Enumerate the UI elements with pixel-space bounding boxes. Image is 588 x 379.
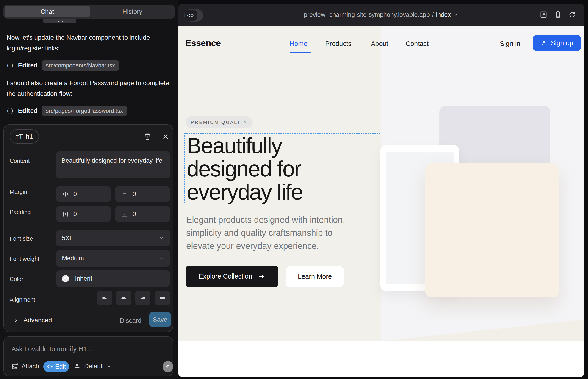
margin-y-value: 0 <box>133 191 136 198</box>
nav-link-home[interactable]: Home <box>290 40 307 47</box>
font-size-value: 5XL <box>62 235 73 242</box>
target-icon <box>46 363 53 370</box>
padding-x-value: 0 <box>73 211 77 218</box>
font-size-select[interactable]: 5XL <box>56 230 170 246</box>
chat-composer[interactable]: Ask Lovable to modify H1... Attach <box>3 336 173 377</box>
arrow-up-icon <box>165 364 171 370</box>
open-external-icon[interactable] <box>539 11 548 19</box>
sign-up-button[interactable]: Sign up <box>533 35 581 51</box>
code-preview-toggle[interactable]: <> <box>184 9 203 22</box>
sidebar-tabbar: Chat History <box>3 5 175 19</box>
url-separator: / <box>432 11 434 18</box>
save-button[interactable]: Save <box>149 312 171 327</box>
edit-mode-button[interactable]: Edit <box>43 361 69 372</box>
align-justify-button[interactable] <box>155 291 170 305</box>
composer-placeholder[interactable]: Ask Lovable to modify H1... <box>12 345 93 353</box>
margin-y-input[interactable]: 0 <box>115 186 170 202</box>
dot <box>62 21 63 22</box>
align-justify-icon <box>159 295 166 301</box>
font-weight-label: Font weight <box>10 255 39 262</box>
decor-wedge <box>381 317 584 341</box>
dot <box>58 21 59 22</box>
advanced-toggle[interactable]: Advanced <box>13 316 52 324</box>
premium-quality-badge: PREMIUM QUALITY <box>186 116 253 128</box>
color-swatch <box>62 275 69 282</box>
learn-more-label: Learn More <box>298 273 332 280</box>
headline-line: Beautifully <box>187 134 303 157</box>
padding-label: Padding <box>10 209 31 215</box>
margin-x-input[interactable]: 0 <box>56 186 111 202</box>
code-toggle-icon[interactable]: <> <box>185 10 197 21</box>
padding-x-input[interactable]: 0 <box>56 206 111 222</box>
align-center-button[interactable] <box>116 291 131 305</box>
hero-paragraph: Elegant products designed with intention… <box>186 213 345 253</box>
headline-line: designed for <box>187 157 303 180</box>
margin-x-value: 0 <box>73 191 77 198</box>
align-left-button[interactable] <box>97 291 112 305</box>
font-weight-value: Medium <box>62 255 84 262</box>
refresh-icon[interactable] <box>568 11 576 19</box>
text-size-icon: TT <box>15 133 23 141</box>
url-bar[interactable]: preview--charming-site-symphony.lovable.… <box>178 4 584 26</box>
file-chip[interactable]: src/components/Navbar.tsx <box>42 60 119 71</box>
user-icon <box>541 40 547 47</box>
attach-image-icon <box>12 363 19 370</box>
discard-button[interactable]: Discard <box>120 317 141 324</box>
tab-chat-label: Chat <box>40 8 54 15</box>
advanced-label: Advanced <box>23 316 52 324</box>
send-button[interactable] <box>163 361 173 372</box>
font-weight-select[interactable]: Medium <box>56 250 170 267</box>
nav-link-contact[interactable]: Contact <box>406 40 429 47</box>
padding-y-input[interactable]: 0 <box>115 206 170 222</box>
hero-headline[interactable]: Beautifully designed for everyday life <box>187 134 303 204</box>
close-panel-button[interactable] <box>162 133 169 140</box>
edited-label: Edited <box>18 107 38 114</box>
mobile-view-icon[interactable] <box>554 11 562 19</box>
attach-button[interactable]: Attach <box>12 363 39 370</box>
edited-file-row[interactable]: ⟨ ⟩ Edited src/components/Navbar.tsx <box>7 60 119 71</box>
margin-label: Margin <box>10 189 27 195</box>
sliders-icon <box>75 363 81 370</box>
next-section <box>178 341 584 377</box>
explore-collection-button[interactable]: Explore Collection <box>186 266 278 287</box>
align-right-button[interactable] <box>135 291 150 305</box>
margin-horizontal-icon <box>62 191 69 198</box>
tab-history[interactable]: History <box>90 5 175 19</box>
attach-label: Attach <box>22 363 39 370</box>
nav-link-about[interactable]: About <box>371 40 388 47</box>
model-label: Default <box>84 363 104 370</box>
chevron-down-icon <box>107 364 112 369</box>
content-label: Content <box>10 158 30 164</box>
padding-horizontal-icon <box>62 211 69 218</box>
sign-in-link[interactable]: Sign in <box>500 40 520 47</box>
active-nav-underline <box>290 52 310 53</box>
color-input[interactable]: Inherit <box>56 270 170 287</box>
edited-file-row[interactable]: ⟨ ⟩ Edited src/pages/ForgotPassword.tsx <box>7 106 127 116</box>
chevron-down-icon[interactable] <box>453 12 459 17</box>
tab-history-label: History <box>122 8 142 15</box>
chevron-down-icon <box>158 255 164 261</box>
content-textarea[interactable]: Beautifully designed for everyday life <box>56 151 170 178</box>
preview-topbar: preview--charming-site-symphony.lovable.… <box>178 4 584 26</box>
padding-vertical-icon <box>121 211 128 218</box>
chevron-down-icon <box>158 235 164 241</box>
paragraph-line: simplicity and quality craftsmanship to <box>186 226 345 239</box>
file-chip[interactable]: src/pages/ForgotPassword.tsx <box>42 106 127 116</box>
site-content: Essence Home Products About Contact Sign… <box>178 26 584 377</box>
preview-url: preview--charming-site-symphony.lovable.… <box>304 11 430 18</box>
code-icon: ⟨ ⟩ <box>7 62 14 69</box>
page-name: index <box>436 11 451 18</box>
nav-link-products[interactable]: Products <box>325 40 351 47</box>
delete-element-button[interactable] <box>144 132 151 141</box>
model-selector[interactable]: Default <box>75 363 112 370</box>
topbar-actions <box>539 11 576 19</box>
color-label: Color <box>10 276 23 283</box>
code-icon: ⟨ ⟩ <box>7 107 14 114</box>
site-logo[interactable]: Essence <box>185 38 221 48</box>
font-size-label: Font size <box>10 235 33 242</box>
tab-chat[interactable]: Chat <box>5 6 90 17</box>
decor-card-beige <box>425 163 559 297</box>
close-icon <box>162 133 169 140</box>
preview-browser-pane: preview--charming-site-symphony.lovable.… <box>178 4 584 377</box>
learn-more-button[interactable]: Learn More <box>286 266 344 287</box>
